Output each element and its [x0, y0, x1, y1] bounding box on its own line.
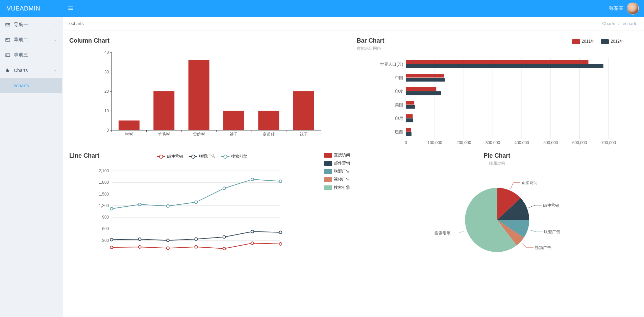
- svg-point-87: [139, 238, 141, 241]
- legend-item[interactable]: 2011年: [572, 39, 595, 44]
- svg-text:0: 0: [107, 128, 109, 133]
- svg-rect-55: [406, 91, 441, 95]
- legend-item[interactable]: 搜索引擎: [324, 185, 350, 190]
- svg-point-89: [195, 238, 197, 241]
- stack-legend: 直接访问邮件营销联盟广告视频广告搜索引擎: [324, 152, 350, 190]
- sidebar-item-nav3[interactable]: 导航三: [0, 47, 62, 63]
- contact-icon: [5, 52, 10, 58]
- svg-rect-24: [258, 111, 279, 131]
- sidebar-item-nav2[interactable]: 导航二: [0, 32, 62, 47]
- svg-point-82: [195, 246, 197, 248]
- svg-text:1,800: 1,800: [99, 180, 109, 185]
- svg-rect-52: [406, 78, 445, 82]
- svg-rect-48: [406, 60, 588, 64]
- svg-text:1,200: 1,200: [99, 203, 109, 208]
- sidebar-item-charts[interactable]: Charts: [0, 63, 62, 78]
- avatar: [627, 2, 639, 15]
- svg-text:裤子: 裤子: [230, 132, 238, 137]
- svg-rect-12: [119, 120, 140, 130]
- app-logo: VUEADMIN: [0, 5, 63, 12]
- sidebar-item-label: 导航一: [14, 22, 53, 28]
- line-chart-svg: 3006009001,2001,5001,8002,100: [69, 161, 350, 255]
- svg-text:200,000: 200,000: [456, 140, 471, 145]
- svg-rect-58: [406, 105, 415, 109]
- column-chart: Column Chart 010203040衬衫羊毛衫雪纺衫裤子高跟鞋袜子: [69, 37, 350, 145]
- page-title: echarts: [69, 21, 84, 26]
- legend-item[interactable]: 邮件营销: [324, 160, 350, 166]
- svg-point-92: [279, 231, 282, 234]
- svg-text:500,000: 500,000: [543, 140, 558, 145]
- svg-text:40: 40: [104, 50, 109, 55]
- svg-text:600: 600: [102, 226, 109, 231]
- svg-point-93: [110, 207, 113, 210]
- svg-text:衬衫: 衬衫: [125, 132, 133, 137]
- svg-text:300: 300: [102, 238, 109, 243]
- svg-rect-27: [293, 91, 314, 130]
- svg-text:邮件营销: 邮件营销: [543, 203, 559, 208]
- svg-rect-64: [406, 132, 412, 136]
- main-content: echarts Charts / echarts Column Chart 01…: [63, 0, 644, 317]
- sidebar-item-label: Charts: [14, 68, 53, 73]
- sidebar-item-label: 导航三: [14, 52, 57, 58]
- breadcrumb-sep: /: [618, 21, 620, 26]
- svg-rect-61: [406, 118, 413, 122]
- line-chart-legend: 邮件营销 联盟广告 搜索引擎: [157, 154, 247, 159]
- svg-rect-63: [406, 128, 411, 132]
- svg-rect-60: [406, 114, 413, 118]
- sidebar-subitem-label: echarts: [14, 83, 29, 88]
- svg-text:0: 0: [404, 140, 407, 145]
- legend-item[interactable]: 视频广告: [324, 177, 350, 182]
- svg-text:30: 30: [104, 70, 109, 74]
- sidebar-item-label: 导航二: [14, 37, 53, 43]
- svg-rect-51: [406, 74, 444, 77]
- svg-text:100,000: 100,000: [427, 140, 442, 145]
- svg-text:1,500: 1,500: [99, 192, 109, 197]
- breadcrumb-item: echarts: [623, 21, 637, 26]
- legend-item[interactable]: 2012年: [601, 39, 624, 44]
- svg-point-86: [110, 238, 113, 241]
- menu-toggle-button[interactable]: [63, 5, 79, 12]
- svg-point-80: [139, 246, 141, 248]
- svg-text:直接访问: 直接访问: [521, 180, 538, 185]
- svg-rect-18: [189, 60, 209, 130]
- svg-point-85: [279, 243, 282, 245]
- svg-rect-21: [223, 111, 244, 131]
- legend-item[interactable]: 搜索引擎: [221, 154, 247, 159]
- chart-subtitle: 数据来自网络: [357, 46, 638, 51]
- breadcrumb-item[interactable]: Charts: [602, 21, 615, 26]
- svg-text:700,000: 700,000: [601, 140, 616, 145]
- legend-item[interactable]: 联盟广告: [189, 154, 215, 159]
- legend-item[interactable]: 邮件营销: [157, 154, 183, 159]
- sidebar-subitem-echarts[interactable]: echarts: [0, 78, 62, 93]
- svg-text:中国: 中国: [395, 75, 403, 80]
- svg-text:印度: 印度: [395, 89, 403, 94]
- sidebar-item-nav1[interactable]: 导航一: [0, 17, 62, 32]
- svg-text:10: 10: [104, 109, 109, 113]
- svg-text:羊毛衫: 羊毛衫: [158, 132, 170, 137]
- envelope-icon: [5, 22, 10, 27]
- svg-point-99: [279, 180, 282, 183]
- bar-chart-svg: 0100,000200,000300,000400,000500,000600,…: [357, 54, 638, 149]
- svg-point-84: [251, 242, 254, 245]
- svg-text:300,000: 300,000: [485, 140, 500, 145]
- svg-point-88: [167, 239, 169, 242]
- chart-title: Column Chart: [69, 37, 350, 44]
- legend-item[interactable]: 直接访问: [324, 152, 350, 158]
- svg-point-79: [110, 246, 113, 249]
- svg-text:雪纺衫: 雪纺衫: [193, 132, 205, 137]
- svg-rect-57: [406, 101, 414, 105]
- svg-text:世界人口(万): 世界人口(万): [380, 62, 403, 67]
- svg-rect-49: [406, 64, 603, 68]
- svg-text:印尼: 印尼: [395, 116, 403, 121]
- svg-point-83: [223, 247, 226, 250]
- pie-chart-svg: 直接访问邮件营销联盟广告视频广告搜索引擎: [357, 169, 638, 264]
- svg-text:20: 20: [104, 89, 109, 94]
- header-user[interactable]: 张某某: [609, 2, 644, 15]
- chevron-down-icon: [53, 38, 57, 42]
- hamburger-icon: [68, 7, 74, 12]
- legend-item[interactable]: 联盟广告: [324, 168, 350, 174]
- bar-chart-legend: 2011年 2012年: [572, 39, 624, 44]
- svg-text:巴西: 巴西: [395, 130, 403, 134]
- bar-chart-icon: [5, 68, 10, 73]
- svg-text:900: 900: [102, 215, 109, 220]
